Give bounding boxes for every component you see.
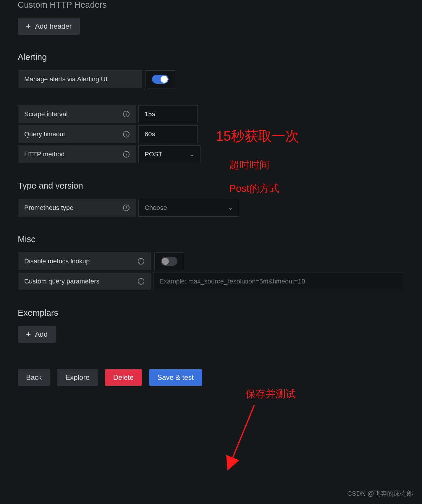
scrape-interval-text: Scrape interval [24, 110, 68, 118]
svg-line-0 [230, 405, 254, 464]
plus-icon: + [26, 22, 31, 30]
watermark: CSDN @飞奔的屎壳郎 [347, 489, 413, 498]
annotation-scrape: 15秒获取一次 [216, 127, 299, 145]
info-icon[interactable]: i [123, 111, 130, 117]
custom-query-label: Custom query parameters i [18, 273, 151, 290]
http-method-value: POST [145, 150, 162, 158]
manage-alerts-label: Manage alerts via Alerting UI [18, 70, 142, 88]
scrape-interval-input[interactable] [145, 110, 191, 118]
custom-query-input-wrap [153, 273, 404, 290]
query-timeout-input[interactable] [145, 130, 191, 138]
misc-title: Misc [18, 234, 404, 244]
chevron-down-icon: ⌄ [190, 151, 194, 158]
annotation-timeout: 超时时间 [229, 158, 269, 172]
query-timeout-input-wrap [138, 125, 198, 143]
disable-lookup-toggle-wrap [154, 252, 184, 270]
disable-lookup-toggle[interactable] [161, 257, 177, 266]
disable-lookup-text: Disable metrics lookup [24, 257, 90, 265]
plus-icon: + [26, 330, 31, 338]
custom-headers-title: Custom HTTP Headers [18, 0, 404, 10]
query-timeout-text: Query timeout [24, 130, 65, 138]
annotation-method: Post的方式 [229, 182, 279, 195]
query-timeout-label: Query timeout i [18, 125, 136, 143]
prometheus-type-select[interactable]: Choose ⌄ [138, 199, 239, 217]
exemplars-title: Exemplars [18, 308, 404, 318]
custom-query-text: Custom query parameters [24, 278, 99, 285]
type-version-title: Type and version [18, 181, 404, 191]
prometheus-type-label: Prometheus type i [18, 199, 136, 217]
manage-alerts-text: Manage alerts via Alerting UI [24, 75, 107, 83]
annotation-save: 保存并测试 [245, 387, 296, 401]
info-icon[interactable]: i [138, 258, 144, 265]
add-exemplar-button[interactable]: + Add [18, 326, 56, 343]
prometheus-type-text: Prometheus type [24, 204, 73, 212]
http-method-select[interactable]: POST ⌄ [138, 145, 201, 163]
info-icon[interactable]: i [138, 278, 144, 285]
add-header-button[interactable]: + Add header [18, 18, 80, 35]
http-method-text: HTTP method [24, 150, 65, 158]
prometheus-type-placeholder: Choose [145, 204, 167, 212]
info-icon[interactable]: i [123, 151, 130, 158]
disable-lookup-label: Disable metrics lookup i [18, 252, 151, 270]
scrape-interval-input-wrap [138, 105, 198, 123]
arrow-icon [225, 402, 260, 470]
info-icon[interactable]: i [123, 205, 130, 211]
info-icon[interactable]: i [123, 131, 130, 137]
add-exemplar-label: Add [35, 330, 48, 338]
add-header-label: Add header [35, 22, 72, 30]
back-button[interactable]: Back [18, 369, 50, 386]
custom-query-input[interactable] [159, 278, 398, 285]
delete-button[interactable]: Delete [105, 369, 142, 386]
alerting-title: Alerting [18, 52, 404, 62]
scrape-interval-label: Scrape interval i [18, 105, 136, 123]
explore-button[interactable]: Explore [57, 369, 98, 386]
manage-alerts-toggle-wrap [145, 70, 175, 88]
manage-alerts-toggle[interactable] [152, 75, 169, 84]
save-test-button[interactable]: Save & test [149, 369, 202, 386]
http-method-label: HTTP method i [18, 145, 136, 163]
chevron-down-icon: ⌄ [228, 205, 233, 211]
